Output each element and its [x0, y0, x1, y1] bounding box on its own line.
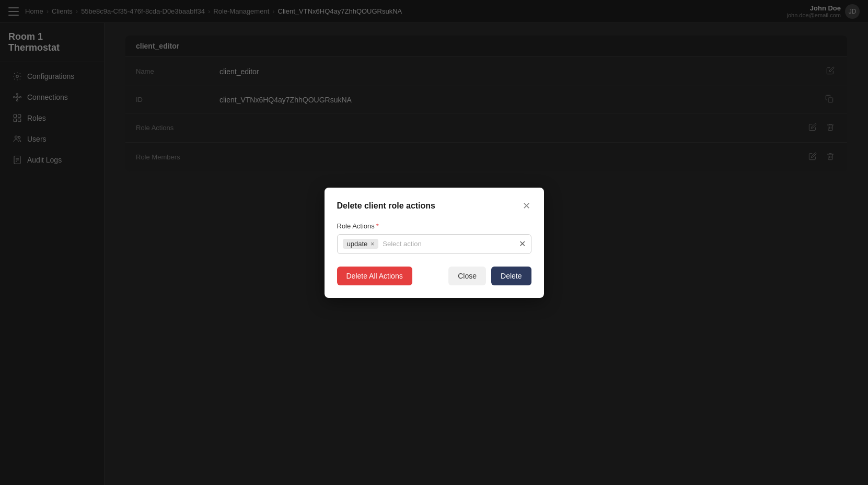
tag-update: update × — [343, 239, 379, 249]
modal-footer: Delete All Actions Close Delete — [337, 267, 531, 285]
delete-all-actions-button[interactable]: Delete All Actions — [337, 267, 412, 285]
delete-button[interactable]: Delete — [491, 267, 531, 285]
tag-remove-button[interactable]: × — [371, 241, 374, 247]
tag-value: update — [347, 240, 368, 248]
modal-header: Delete client role actions ✕ — [337, 200, 531, 212]
modal-form: Role Actions * update × Select action ✕ — [337, 222, 531, 254]
modal: Delete client role actions ✕ Role Action… — [325, 188, 544, 298]
select-action-placeholder: Select action — [383, 240, 514, 248]
tag-input-container[interactable]: update × Select action ✕ — [337, 234, 531, 254]
role-actions-form-label: Role Actions * — [337, 222, 531, 230]
close-button[interactable]: Close — [448, 267, 486, 285]
modal-title: Delete client role actions — [337, 201, 436, 211]
modal-footer-right: Close Delete — [448, 267, 531, 285]
clear-all-button[interactable]: ✕ — [519, 239, 526, 249]
modal-overlay: Delete client role actions ✕ Role Action… — [0, 0, 868, 485]
modal-close-button[interactable]: ✕ — [522, 200, 531, 212]
required-star: * — [376, 222, 379, 230]
role-actions-label-text: Role Actions — [337, 222, 375, 230]
